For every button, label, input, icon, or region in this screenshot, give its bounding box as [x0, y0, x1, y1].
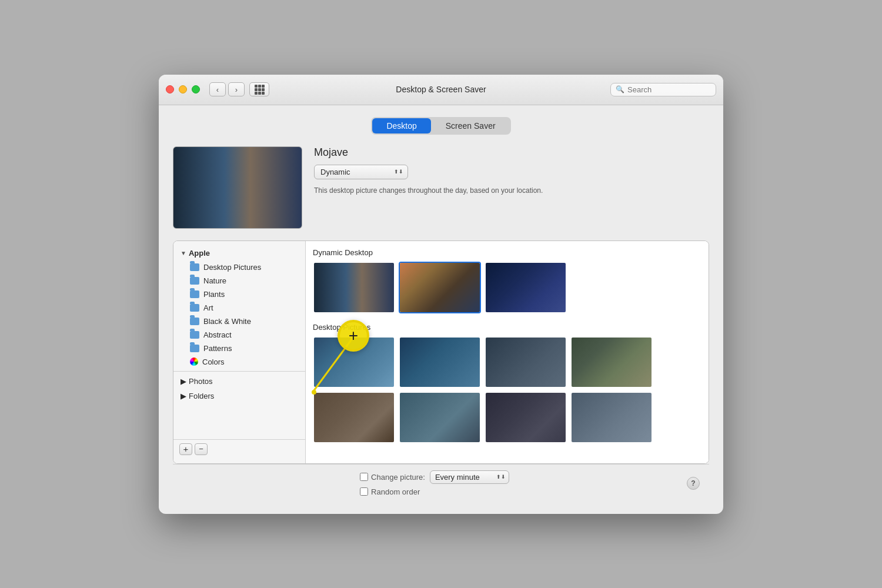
sidebar-item-nature[interactable]: Nature — [173, 274, 305, 288]
main-content: Desktop Screen Saver Mojave Dynamic Ligh… — [159, 105, 723, 514]
thumb-cat-rock4[interactable] — [570, 392, 653, 443]
change-picture-checkbox-label[interactable]: Change picture: — [360, 473, 425, 482]
change-picture-row: Change picture: Every 5 seconds Every mi… — [360, 470, 509, 484]
window-title: Desktop & Screen Saver — [396, 85, 486, 94]
preview-area: Mojave Dynamic Light Dark This desktop p… — [173, 146, 709, 229]
tab-desktop[interactable]: Desktop — [372, 118, 430, 133]
sidebar-bottom: + − — [173, 439, 305, 459]
color-wheel-icon — [190, 358, 198, 366]
chevron-down-icon: ▼ — [181, 250, 186, 256]
close-button[interactable] — [166, 85, 174, 93]
folder-icon — [190, 345, 199, 352]
maximize-button[interactable] — [192, 85, 200, 93]
sidebar-item-plants[interactable]: Plants — [173, 288, 305, 301]
folder-icon — [190, 277, 199, 285]
thumb-mojave-night[interactable] — [485, 262, 567, 313]
sidebar-item-black-white[interactable]: Black & White — [173, 315, 305, 328]
thumb-catalina-2[interactable] — [399, 336, 481, 388]
sidebar-item-folders[interactable]: ▶ Folders — [173, 389, 305, 403]
bottom-bar: Change picture: Every 5 seconds Every mi… — [173, 464, 709, 502]
thumb-mojave-dusk[interactable] — [399, 262, 481, 313]
section-dynamic-desktop: Dynamic Desktop — [313, 248, 701, 257]
sidebar-group-apple-label: Apple — [189, 249, 210, 258]
sidebar-item-label: Patterns — [203, 344, 232, 353]
bottom-options: Change picture: Every 5 seconds Every mi… — [360, 470, 509, 496]
sidebar-item-patterns[interactable]: Patterns — [173, 342, 305, 355]
traffic-lights — [166, 85, 200, 93]
grid-view-button[interactable] — [249, 82, 269, 96]
dynamic-select[interactable]: Dynamic Light Dark — [314, 165, 408, 179]
wallpaper-description: This desktop picture changes throughout … — [314, 185, 549, 196]
titlebar: ‹ › Desktop & Screen Saver 🔍 — [159, 75, 723, 105]
interval-dropdown-wrap[interactable]: Every 5 seconds Every minute Every 5 min… — [430, 470, 509, 484]
sidebar-group-apple[interactable]: ▼ Apple — [173, 246, 305, 260]
section-desktop-pictures: Desktop Pictures — [313, 323, 701, 332]
main-panel-wrapper: ▼ Apple Desktop Pictures Nature — [173, 240, 709, 464]
nav-buttons: ‹ › — [209, 82, 269, 96]
sidebar-folders-label: Folders — [189, 392, 214, 400]
sidebar-separator — [173, 371, 305, 372]
sidebar-item-label: Art — [203, 303, 213, 312]
sidebar-item-label: Abstract — [203, 330, 232, 339]
thumb-catalina-1[interactable] — [313, 336, 395, 388]
search-bar[interactable]: 🔍 — [610, 83, 716, 96]
change-picture-checkbox[interactable] — [360, 473, 368, 481]
search-input[interactable] — [627, 85, 711, 94]
folder-icon — [190, 304, 199, 312]
desktop-pictures-grid — [313, 336, 701, 443]
sidebar-item-label: Nature — [203, 276, 226, 285]
random-order-checkbox[interactable] — [360, 487, 368, 496]
wallpaper-name: Mojave — [314, 146, 709, 159]
sidebar-item-photos[interactable]: ▶ Photos — [173, 374, 305, 389]
sidebar-item-desktop-pictures[interactable]: Desktop Pictures — [173, 260, 305, 274]
sidebar-item-label: Black & White — [203, 317, 251, 326]
thumb-cat-rock3[interactable] — [485, 392, 567, 443]
folder-icon — [190, 331, 199, 339]
add-folder-button[interactable]: + — [179, 443, 192, 455]
forward-button[interactable]: › — [228, 82, 245, 96]
thumb-catalina-3[interactable] — [485, 336, 567, 388]
folder-icon — [190, 290, 199, 298]
sidebar-photos-label: Photos — [189, 377, 212, 386]
sidebar: ▼ Apple Desktop Pictures Nature — [173, 241, 306, 463]
folder-icon — [190, 263, 199, 271]
chevron-right-icon: ▶ — [181, 377, 186, 386]
sidebar-item-colors[interactable]: Colors — [173, 355, 305, 369]
random-order-checkbox-label[interactable]: Random order — [360, 487, 420, 496]
random-order-label: Random order — [371, 487, 420, 496]
sidebar-item-label: Desktop Pictures — [203, 263, 261, 272]
main-panel: ▼ Apple Desktop Pictures Nature — [173, 240, 709, 464]
thumb-cat-rock1[interactable] — [313, 392, 395, 443]
dropdown-row: Dynamic Light Dark — [314, 165, 709, 179]
sidebar-item-label: Colors — [202, 358, 225, 366]
thumb-catalina-4[interactable] — [570, 336, 653, 388]
change-picture-label: Change picture: — [371, 473, 425, 482]
chevron-right-icon: ▶ — [181, 392, 186, 400]
sidebar-item-label: Plants — [203, 290, 225, 299]
tab-row: Desktop Screen Saver — [173, 117, 709, 135]
interval-select[interactable]: Every 5 seconds Every minute Every 5 min… — [430, 470, 509, 484]
image-grid-panel: Dynamic Desktop Desktop Pictures — [306, 241, 709, 463]
preview-info: Mojave Dynamic Light Dark This desktop p… — [314, 146, 709, 196]
dynamic-dropdown-wrap[interactable]: Dynamic Light Dark — [314, 165, 408, 179]
tab-group: Desktop Screen Saver — [371, 117, 510, 135]
search-icon: 🔍 — [616, 85, 624, 93]
minimize-button[interactable] — [179, 85, 187, 93]
dynamic-desktop-grid — [313, 262, 701, 313]
sidebar-item-art[interactable]: Art — [173, 301, 305, 315]
folder-icon — [190, 318, 199, 325]
thumb-cat-rock2[interactable] — [399, 392, 481, 443]
thumb-mojave-day[interactable] — [313, 262, 395, 313]
preview-thumbnail — [173, 146, 302, 229]
random-order-row: Random order — [360, 487, 420, 496]
back-button[interactable]: ‹ — [209, 82, 226, 96]
remove-folder-button[interactable]: − — [195, 443, 208, 455]
sidebar-item-abstract[interactable]: Abstract — [173, 328, 305, 342]
tab-screensaver[interactable]: Screen Saver — [432, 118, 510, 133]
help-button[interactable]: ? — [687, 477, 700, 490]
